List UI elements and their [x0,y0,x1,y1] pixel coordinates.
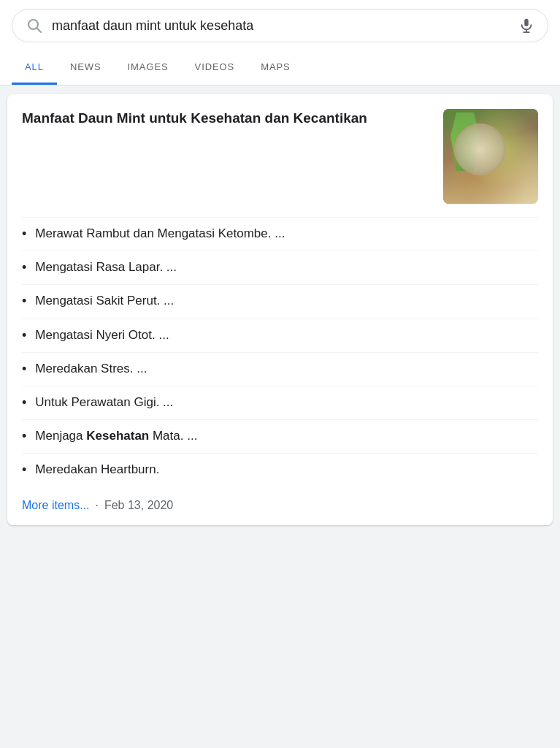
bullet-icon: • [22,427,26,446]
list-item[interactable]: • Mengatasi Sakit Perut. ... [22,284,538,318]
bullet-icon: • [22,461,26,479]
list-item[interactable]: • Meredakan Stres. ... [22,352,538,386]
bullet-icon: • [22,360,26,378]
item-text: Mengatasi Sakit Perut. ... [35,292,174,310]
item-text: Merawat Rambut dan Mengatasi Ketombe. ..… [35,225,285,243]
search-input[interactable]: manfaat daun mint untuk kesehata [52,18,510,34]
tab-maps[interactable]: MAPS [248,51,303,85]
item-text: Mengatasi Rasa Lapar. ... [35,259,177,276]
tab-videos[interactable]: VIDEOS [182,51,248,85]
search-bar[interactable]: manfaat daun mint untuk kesehata [12,9,548,42]
bullet-icon: • [22,225,26,243]
item-text: Mengatasi Nyeri Otot. ... [35,327,169,344]
bullet-icon: • [22,259,26,277]
item-text: Untuk Perawatan Gigi. ... [35,394,173,411]
bullet-icon: • [22,394,26,412]
svg-rect-2 [524,19,529,26]
card-top: Manfaat Daun Mint untuk Kesehatan dan Ke… [22,109,538,204]
item-text: Meredakan Stres. ... [35,360,147,378]
list-item[interactable]: • Mengatasi Nyeri Otot. ... [22,318,538,352]
card-image-visual [443,109,538,204]
item-text-bold: Menjaga Kesehatan Mata. ... [35,427,197,445]
search-bar-container: manfaat daun mint untuk kesehata [0,0,560,51]
tabs-container: ALL NEWS IMAGES VIDEOS MAPS [0,51,560,85]
card-title: Manfaat Daun Mint untuk Kesehatan dan Ke… [22,109,443,128]
card-footer: More items... · Feb 13, 2020 [22,487,538,525]
bullet-icon: • [22,292,26,310]
bullet-icon: • [22,327,26,345]
tab-images[interactable]: IMAGES [115,51,182,85]
tab-news[interactable]: NEWS [57,51,115,85]
list-item[interactable]: • Untuk Perawatan Gigi. ... [22,386,538,419]
more-items-link[interactable]: More items... [22,499,89,512]
result-card: Manfaat Daun Mint untuk Kesehatan dan Ke… [7,94,553,525]
list-item[interactable]: • Mengatasi Rasa Lapar. ... [22,251,538,284]
main-content: Manfaat Daun Mint untuk Kesehatan dan Ke… [0,85,560,534]
list-item[interactable]: • Menjaga Kesehatan Mata. ... [22,419,538,453]
list-item[interactable]: • Merawat Rambut dan Mengatasi Ketombe. … [22,217,538,251]
footer-dot: · [95,499,98,512]
footer-date: Feb 13, 2020 [104,499,173,512]
mic-icon[interactable] [518,18,534,34]
benefit-list: • Merawat Rambut dan Mengatasi Ketombe. … [22,217,538,487]
search-icon [26,17,43,34]
tab-all[interactable]: ALL [12,51,57,85]
list-item[interactable]: • Meredakan Heartburn. [22,453,538,486]
card-image [443,109,538,204]
svg-line-1 [37,28,42,33]
item-text: Meredakan Heartburn. [35,461,159,478]
